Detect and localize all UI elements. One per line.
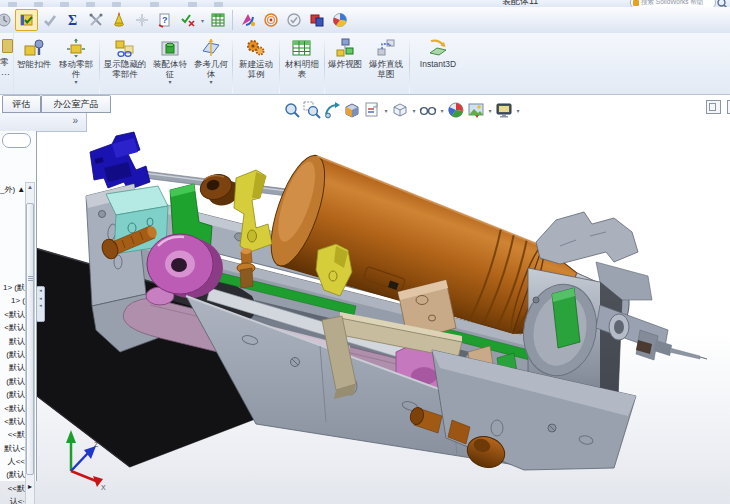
explode-line-sketch-button[interactable]: 爆炸直线草图 (364, 33, 408, 95)
bom-table-icon (291, 36, 313, 60)
assembly-model[interactable]: Z X (0, 95, 730, 504)
insert-component-button-clipped[interactable]: 零 ⋯ (0, 33, 14, 95)
solidworks-window: { "titlebar": { "title": "装配体11", "searc… (0, 0, 730, 504)
svg-text:?: ? (162, 15, 168, 25)
sensor-rings-icon[interactable] (259, 9, 282, 31)
exploded-view-icon (334, 36, 356, 60)
assembly-features-icon (159, 36, 181, 60)
search-placeholder: 搜索 SolidWorks 帮助 (641, 0, 703, 7)
tree-item[interactable]: (默认 (0, 468, 25, 481)
featuremanager-panel: _外) ▲ 1> (默1> (<默认<默认默认(默认默认(默认(默认<默认<默认… (0, 131, 37, 481)
tree-item[interactable]: 默认 (0, 335, 25, 348)
group-separator (99, 35, 100, 93)
design-binder-check-icon[interactable] (15, 9, 38, 31)
move-component-icon (65, 36, 87, 60)
dropdown-arrow-icon[interactable]: ▾ (74, 79, 77, 86)
tree-item[interactable]: (默认 (0, 388, 25, 401)
tree-item[interactable]: 认<· (0, 495, 25, 504)
show-hidden-components-button[interactable]: 显示隐藏的零部件 (101, 33, 149, 95)
tree-item[interactable]: <默认 (0, 402, 25, 415)
tree-item[interactable]: 默认 (0, 361, 25, 374)
search-scope-icon (633, 0, 639, 6)
clipped-icon (2, 39, 13, 53)
tree-item-top[interactable]: _外) ▲ (0, 184, 24, 195)
cone-bell-icon[interactable] (107, 9, 130, 31)
gray-check-icon[interactable] (38, 9, 61, 31)
compare-squares-icon[interactable] (305, 9, 328, 31)
move-component-button[interactable]: 移动零部件 ▾ (54, 33, 98, 95)
evaluate-toolbar: Σ ? ▾ (0, 7, 730, 34)
panel-overflow-chevron[interactable]: » (72, 115, 78, 126)
feature-tree-list: 1> (默1> (<默认<默认默认(默认默认(默认(默认<默认<默认<<默默认<… (0, 281, 25, 504)
dropdown-arrow-icon[interactable]: ▾ (199, 17, 206, 24)
crossed-pins-icon[interactable] (84, 9, 107, 31)
triad-z-label: Z (94, 441, 99, 448)
smart-fastener-icon (23, 36, 45, 60)
bill-of-materials-button[interactable]: 材料明细表 (281, 33, 323, 95)
tree-item[interactable]: (默认 (0, 348, 25, 361)
tree-item[interactable]: <<默 (0, 428, 25, 441)
tree-item[interactable]: (默认 (0, 375, 25, 388)
dropdown-arrow-icon[interactable]: ▾ (209, 79, 212, 86)
tree-corner-arrow-icon: ▸ (28, 482, 32, 491)
group-separator (279, 35, 280, 93)
document-question-icon[interactable]: ? (153, 9, 176, 31)
show-hidden-icon (114, 36, 136, 60)
command-manager: 零 ⋯ 智能扣件 移动零部件 ▾ 显示隐藏的零部件 装配体特征 ▾ 参考几何体 … (0, 33, 730, 96)
reference-geometry-button[interactable]: 参考几何体 ▾ (191, 33, 231, 95)
tree-item[interactable]: <默认 (0, 308, 25, 321)
smart-fasteners-button[interactable]: 智能扣件 (14, 33, 54, 95)
history-clock-icon[interactable] (0, 9, 15, 31)
tree-item[interactable]: 1> ( (0, 294, 25, 307)
tree-item[interactable]: 默认< (0, 442, 25, 455)
tree-item[interactable]: <默认 (0, 415, 25, 428)
featuremanager-header: » (0, 113, 87, 132)
measure-burst-icon[interactable] (236, 9, 259, 31)
part-bridge-plate[interactable] (536, 212, 638, 264)
check-x-icon[interactable] (176, 9, 199, 31)
group-separator (409, 35, 410, 93)
tree-item[interactable]: 人<< (0, 455, 25, 468)
assembly-features-button[interactable]: 装配体特征 ▾ (149, 33, 191, 95)
new-motion-study-button[interactable]: 新建运动算例 (234, 33, 278, 95)
equations-sigma-icon[interactable]: Σ (61, 9, 84, 31)
excel-table-icon[interactable] (206, 9, 229, 31)
group-separator (232, 35, 233, 93)
triad-x-label: X (101, 484, 106, 491)
circle-check-icon[interactable] (282, 9, 305, 31)
dropdown-arrow-icon[interactable]: ▾ (168, 79, 171, 86)
instant3d-icon (427, 36, 449, 60)
scroll-up-icon[interactable]: ▲ (26, 184, 34, 190)
scrollbar-thumb[interactable] (26, 203, 34, 475)
tree-scrollbar[interactable]: ▲ ▼ (25, 182, 35, 504)
tree-item[interactable]: 1> (默 (0, 281, 25, 294)
exploded-view-button[interactable]: 爆炸视图 (326, 33, 364, 95)
panel-splitter-handle[interactable]: ◂◂◂ (36, 286, 45, 322)
color-sphere-icon[interactable] (328, 9, 351, 31)
group-separator (324, 35, 325, 93)
reference-geometry-icon (200, 36, 222, 60)
toolbar-separator (232, 10, 233, 30)
align-arrows-icon[interactable] (130, 9, 153, 31)
explode-line-icon (375, 36, 397, 60)
motion-study-icon (245, 36, 267, 60)
svg-text:Σ: Σ (68, 13, 77, 28)
instant3d-button[interactable]: Instant3D (411, 33, 465, 95)
tree-item[interactable]: <默认 (0, 321, 25, 334)
tree-item[interactable]: <<默 (0, 482, 25, 495)
tree-filter-box[interactable] (2, 133, 31, 148)
graphics-area[interactable]: 评估 办公室产品 ▾ ▾ ▾ ▾ ▾ (0, 95, 730, 504)
part-blue-bracket[interactable] (90, 132, 150, 190)
